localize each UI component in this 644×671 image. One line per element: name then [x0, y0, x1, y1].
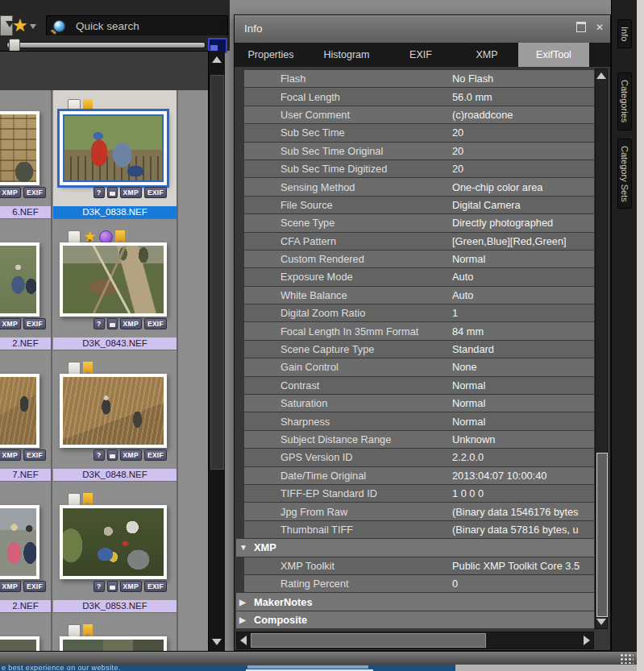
metadata-row[interactable]: Sub Sec Time Original20 [244, 143, 594, 159]
zoom-slider-handle[interactable] [9, 39, 20, 52]
note-badge[interactable] [107, 581, 118, 592]
checkbox-icon[interactable] [68, 493, 81, 506]
filename-label[interactable]: D3K_0848.NEF [53, 469, 177, 482]
float-window-icon[interactable] [576, 22, 586, 32]
tab-histogram[interactable]: Histogram [307, 43, 386, 67]
photo-frame[interactable] [60, 242, 167, 317]
xmp-badge[interactable]: XMP [120, 187, 142, 198]
thumbnail-cell-d3k_0848-nef[interactable]: ?XMPEXIFD3K_0848.NEF [53, 353, 177, 482]
info-vertical-scrollbar[interactable] [595, 68, 608, 629]
thumbnail-cell-d3k_0838-nef[interactable]: ?XMPEXIFD3K_0838.NEF [53, 90, 177, 219]
horizontal-scrollbar-thumb[interactable] [251, 633, 486, 648]
metadata-row[interactable]: Sensing MethodOne-chip color area [244, 178, 594, 195]
banner-button[interactable] [455, 665, 637, 671]
metadata-row[interactable]: Date/Time Original2013:04:07 10:00:40 [244, 467, 594, 484]
filename-label[interactable]: 2.NEF [0, 600, 51, 613]
metadata-row[interactable]: SaturationNormal [244, 395, 594, 412]
checkbox-icon[interactable] [68, 624, 81, 637]
close-icon[interactable]: ✕ [596, 23, 604, 32]
exif-badge[interactable]: EXIF [144, 581, 167, 592]
tab-exiftool[interactable]: ExifTool [518, 43, 589, 67]
photo-frame[interactable] [0, 374, 39, 448]
xmp-badge[interactable]: XMP [120, 449, 142, 461]
question-badge[interactable]: ? [93, 318, 105, 329]
photo-thumbnail[interactable] [63, 640, 164, 651]
scroll-up-button[interactable] [209, 51, 225, 68]
photo-thumbnail[interactable] [0, 640, 36, 651]
filename-label[interactable]: D3K_0853.NEF [53, 600, 177, 613]
xmp-badge[interactable]: XMP [0, 318, 21, 329]
metadata-row[interactable]: CFA Pattern[Green,Blue][Red,Green] [244, 233, 594, 250]
tab-exif[interactable]: EXIF [386, 43, 455, 67]
filename-label[interactable]: 6.NEF [0, 206, 51, 219]
photo-thumbnail[interactable] [0, 246, 36, 313]
filename-label[interactable]: D3K_0838.NEF [53, 206, 177, 219]
metadata-row[interactable]: Subject Distance RangeUnknown [244, 431, 594, 448]
xmp-badge[interactable]: XMP [0, 187, 21, 198]
exif-badge[interactable]: EXIF [23, 318, 46, 329]
exif-badge[interactable]: EXIF [144, 318, 167, 329]
photo-frame[interactable] [60, 505, 167, 579]
bookmark-icon[interactable] [83, 362, 93, 375]
photo-thumbnail[interactable] [63, 114, 164, 182]
photo-frame[interactable] [60, 111, 167, 185]
xmp-badge[interactable]: XMP [120, 581, 142, 592]
exif-badge[interactable]: EXIF [23, 449, 46, 461]
metadata-row[interactable]: ContrastNormal [244, 377, 594, 394]
checkbox-icon[interactable] [68, 230, 81, 243]
filename-label[interactable]: 2.NEF [0, 338, 51, 350]
info-horizontal-scrollbar[interactable] [236, 632, 594, 649]
bookmark-icon[interactable] [83, 624, 93, 638]
xmp-badge[interactable]: XMP [0, 449, 21, 461]
checkbox-icon[interactable] [68, 99, 81, 112]
photo-frame[interactable] [60, 374, 167, 448]
exif-badge[interactable]: EXIF [23, 581, 46, 592]
photo-frame[interactable] [0, 636, 39, 651]
xmp-badge[interactable]: XMP [120, 318, 142, 329]
metadata-row[interactable]: Scene TypeDirectly photographed [244, 214, 594, 231]
bookmark-icon[interactable] [83, 493, 93, 507]
metadata-row[interactable]: Rating Percent0 [244, 575, 594, 592]
metadata-row[interactable]: Scene Capture TypeStandard [244, 341, 594, 358]
metadata-group-xmp[interactable]: ▼XMP [236, 539, 594, 556]
left-scrollbar-thumb[interactable] [210, 75, 224, 470]
thumbnail-cell-2-nef[interactable]: XMPEXIF2.NEF [0, 222, 51, 350]
metadata-row[interactable]: GPS Version ID2.2.0.0 [244, 449, 594, 466]
side-tab-info[interactable]: Info [617, 19, 632, 48]
exif-badge[interactable]: EXIF [23, 187, 46, 198]
note-badge[interactable] [107, 187, 118, 198]
thumbnail-cell-d3k_0843-nef[interactable]: ★2?XMPEXIFD3K_0843.NEF [53, 222, 177, 350]
favorites-star-button[interactable]: ★ [12, 14, 41, 37]
color-label-icon[interactable] [99, 230, 113, 244]
collapse-arrow-icon[interactable]: ▼ [239, 543, 254, 552]
metadata-row[interactable]: White BalanceAuto [244, 287, 594, 304]
metadata-row[interactable]: Focal Length In 35mm Format84 mm [244, 322, 594, 339]
metadata-row[interactable]: File SourceDigital Camera [244, 197, 594, 213]
question-badge[interactable]: ? [93, 449, 105, 461]
metadata-row[interactable]: User Comment(c)roaddcone [244, 106, 594, 123]
resize-grip[interactable] [620, 653, 634, 664]
checkbox-icon[interactable] [68, 362, 81, 375]
photo-thumbnail[interactable] [63, 246, 164, 313]
photo-thumbnail[interactable] [63, 377, 164, 445]
metadata-row[interactable]: Exposure ModeAuto [244, 268, 594, 285]
thumbnail-cell-d3k_0853-nef[interactable]: ?XMPEXIFD3K_0853.NEF [53, 484, 177, 613]
metadata-row[interactable]: SharpnessNormal [244, 412, 594, 429]
photo-thumbnail[interactable] [63, 508, 164, 576]
note-badge[interactable] [107, 318, 118, 329]
metadata-row[interactable]: XMP ToolkitPublic XMP Toolkit Core 3.5 [244, 557, 594, 574]
note-badge[interactable] [107, 449, 118, 461]
xmp-badge[interactable]: XMP [0, 581, 21, 592]
metadata-row[interactable]: Jpg From Raw(Binary data 1546176 bytes [244, 503, 594, 520]
metadata-row[interactable]: Gain ControlNone [244, 358, 594, 375]
expand-arrow-icon[interactable]: ▶ [239, 615, 254, 624]
tab-xmp[interactable]: XMP [455, 43, 518, 67]
side-tab-categories[interactable]: Categories [617, 72, 632, 130]
thumbnail-cell-7-nef[interactable]: XMPEXIF7.NEF [0, 353, 51, 482]
thumbnail-cell-2-nef[interactable]: XMPEXIF2.NEF [0, 484, 51, 613]
exif-badge[interactable]: EXIF [144, 187, 167, 198]
thumbnail-cell-cut[interactable] [0, 615, 51, 651]
metadata-row[interactable]: TIFF-EP Standard ID1 0 0 0 [244, 485, 594, 502]
scroll-down-button[interactable] [596, 615, 607, 628]
bookmark-icon[interactable] [115, 230, 125, 244]
